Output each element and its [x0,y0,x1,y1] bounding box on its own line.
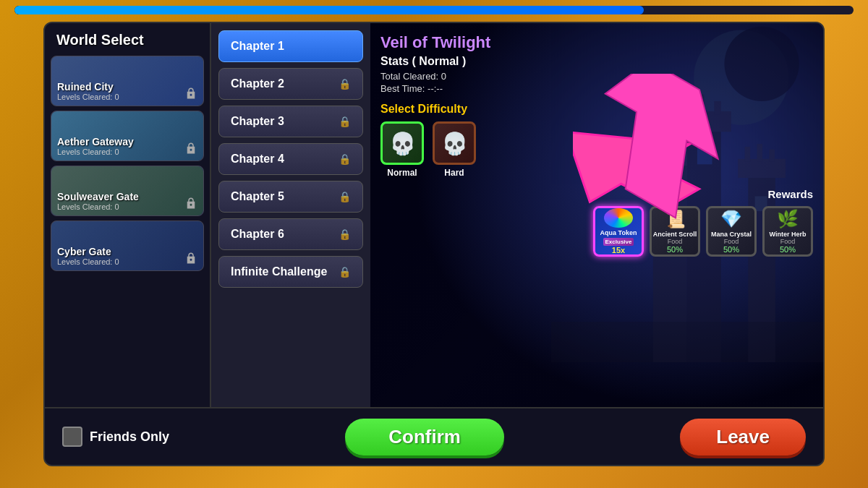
chapter-btn-3[interactable]: Chapter 3 🔒 [218,106,363,137]
reward-ancient-scroll[interactable]: 📜 Ancient Scroll Food 50% [650,206,700,257]
world-sub-soulweaver: Levels Cleared: 0 [57,202,197,211]
reward-box-scroll: 📜 Ancient Scroll Food 50% [650,206,700,257]
herb-icon: 🌿 [777,209,799,229]
scroll-type: Food [668,238,683,245]
friends-only-container: Friends Only [62,427,169,447]
world-list: Ruined City Levels Cleared: 0 Aether Gat… [51,56,204,401]
difficulty-label: Select Difficulty [380,103,813,116]
best-time-value: --:-- [427,83,443,94]
lock-icon-aether [184,142,197,155]
reward-winter-herb[interactable]: 🌿 Winter Herb Food 50% [762,206,813,257]
aqua-token-name: Aqua Token [600,229,637,236]
reward-box-mana: 💎 Mana Crystal Food 50% [706,206,757,257]
world-title: Veil of Twilight [380,33,813,52]
progress-bar [14,6,854,14]
chapter-lock-4: 🔒 [339,153,351,165]
hard-label: Hard [444,168,464,178]
difficulty-normal[interactable]: 💀 Normal [380,121,424,178]
world-name-soulweaver: Soulweaver Gate [57,191,197,202]
reward-aqua-token[interactable]: Aqua Token Exclusive 15x [593,206,644,257]
friends-only-label: Friends Only [90,429,169,445]
difficulty-options: 💀 Normal 💀 Hard [380,121,813,178]
world-item-ruined-city[interactable]: Ruined City Levels Cleared: 0 [51,56,204,106]
confirm-button[interactable]: Confirm [345,419,504,455]
hard-icon: 💀 [433,121,476,165]
mana-percent: 50% [723,245,739,254]
chapter-lock-2: 🔒 [339,78,351,90]
details-panel: Veil of Twilight Stats ( Normal ) Total … [370,23,823,407]
chapter-list: Chapter 1 Chapter 2 🔒 Chapter 3 🔒 Chapte… [211,23,370,407]
normal-icon: 💀 [380,121,424,165]
best-time-row: Best Time: --:-- [380,83,813,94]
chapter-btn-1[interactable]: Chapter 1 [218,30,363,62]
svg-rect-20 [551,322,823,362]
scroll-percent: 50% [667,245,683,254]
modal-body: World Select Ruined City Levels Cleared:… [45,23,823,407]
rewards-section: Rewards Aqua Token Exclusive 15x [380,188,813,257]
chapter-btn-4[interactable]: Chapter 4 🔒 [218,143,363,175]
difficulty-hard[interactable]: 💀 Hard [433,121,476,178]
world-sub-aether: Levels Cleared: 0 [57,147,197,156]
reward-mana-crystal[interactable]: 💎 Mana Crystal Food 50% [706,206,757,257]
sidebar-title: World Select [51,29,204,56]
herb-percent: 50% [780,245,796,254]
lock-icon-soulweaver [184,197,197,210]
mana-name: Mana Crystal [711,231,752,238]
leave-button[interactable]: Leave [680,419,806,455]
chapter-lock-3: 🔒 [339,116,351,127]
rewards-list: Aqua Token Exclusive 15x 📜 Ancient Scrol… [380,206,813,257]
chapter-btn-5[interactable]: Chapter 5 🔒 [218,181,363,213]
friends-only-checkbox[interactable] [62,427,82,447]
world-name-aether: Aether Gateway [57,136,197,147]
chapter-btn-infinite[interactable]: Infinite Challenge 🔒 [218,256,363,288]
chapter-btn-6[interactable]: Chapter 6 🔒 [218,218,363,250]
progress-bar-fill [14,6,644,14]
world-item-cyber-gate[interactable]: Cyber Gate Levels Cleared: 0 [51,221,204,271]
stats-header: Stats ( Normal ) [380,55,813,68]
world-name-ruined: Ruined City [57,81,197,93]
herb-name: Winter Herb [770,231,807,238]
world-select-modal: World Select Ruined City Levels Cleared:… [43,22,825,466]
aqua-token-amount: 15x [612,246,625,254]
rewards-label: Rewards [380,188,813,200]
world-sub-cyber: Levels Cleared: 0 [57,257,197,266]
herb-type: Food [780,238,796,245]
scroll-icon: 📜 [664,209,686,229]
reward-box-aqua: Aqua Token Exclusive 15x [593,206,644,257]
chapter-lock-6: 🔒 [339,228,351,240]
chapter-btn-2[interactable]: Chapter 2 🔒 [218,68,363,100]
details-content: Veil of Twilight Stats ( Normal ) Total … [380,33,813,257]
world-name-cyber: Cyber Gate [57,246,197,257]
chapter-lock-infinite: 🔒 [339,266,351,278]
world-item-soulweaver-gate[interactable]: Soulweaver Gate Levels Cleared: 0 [51,166,204,216]
lock-icon-ruined [184,87,197,100]
total-cleared-label: Total Cleared: [380,71,438,82]
mana-icon: 💎 [720,209,742,229]
world-sub-ruined: Levels Cleared: 0 [57,93,197,101]
world-sidebar: World Select Ruined City Levels Cleared:… [45,23,211,407]
scroll-name: Ancient Scroll [653,231,697,238]
chapter-lock-5: 🔒 [339,191,351,202]
total-cleared-value: 0 [441,71,446,82]
reward-box-herb: 🌿 Winter Herb Food 50% [762,206,813,257]
aqua-token-graphic [604,208,633,228]
normal-label: Normal [387,168,417,178]
bottom-bar: Friends Only Confirm Leave [45,407,823,465]
difficulty-section: Select Difficulty 💀 Normal 💀 [380,103,813,178]
world-item-aether-gateway[interactable]: Aether Gateway Levels Cleared: 0 [51,111,204,161]
exclusive-badge: Exclusive [603,238,634,246]
best-time-label: Best Time: [380,83,425,94]
lock-icon-cyber [184,252,197,265]
mana-type: Food [724,238,739,245]
total-cleared-row: Total Cleared: 0 [380,71,813,82]
